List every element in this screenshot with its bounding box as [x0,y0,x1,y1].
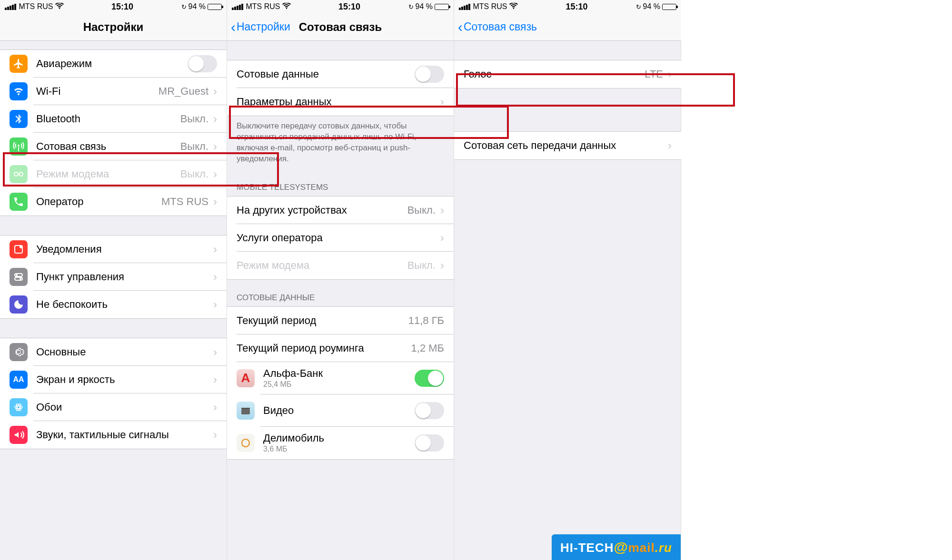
chevron-icon: › [668,68,672,81]
row-roaming-period[interactable]: Текущий период роуминга 1,2 МБ [227,334,454,362]
dnd-label: Не беспокоить [36,298,213,311]
svg-point-3 [20,246,22,248]
chevron-icon: › [213,167,217,181]
row-sounds[interactable]: Звуки, тактильные сигналы › [0,421,227,449]
status-bar: MTS RUS 15:10 ↻ 94 % [227,0,454,13]
display-label: Экран и яркость [36,373,213,386]
airplane-icon [10,55,28,73]
chevron-icon: › [213,85,217,98]
row-dnd[interactable]: Не беспокоить › [0,291,227,318]
row-general[interactable]: Основные › [0,338,227,366]
bluetooth-label: Bluetooth [36,113,180,125]
row-data-options[interactable]: Параметры данных › [227,88,454,116]
other-devices-label: На других устройствах [237,204,407,216]
hotspot-label-2: Режим модема [237,259,407,272]
back-button[interactable]: ‹ Сотовая связь [458,20,537,34]
row-airplane[interactable]: Авиарежим [0,50,227,78]
hotspot-value-2: Выкл. [407,259,436,272]
row-display[interactable]: AA Экран и яркость › [0,366,227,393]
row-wifi[interactable]: Wi-Fi MR_Guest › [0,78,227,105]
current-period-value: 11,8 ГБ [408,314,444,327]
row-wallpaper[interactable]: Обои › [0,393,227,421]
section-header-operator: MOBILE TELESYSTEMS [227,169,454,196]
svg-rect-12 [241,408,250,409]
control-center-icon [10,268,28,286]
battery-icon [662,4,676,10]
battery-percent: 94 % [416,2,433,11]
display-icon: AA [10,371,28,389]
carrier-label: MTS RUS [246,2,280,11]
battery-percent: 94 % [643,2,660,11]
chevron-icon: › [213,243,217,256]
cellular-icon [10,138,28,156]
cellular-footer-text: Выключите передачу сотовых данных, чтобы… [227,116,454,169]
section-header-usage: СОТОВЫЕ ДАННЫЕ [227,280,454,306]
other-devices-value: Выкл. [407,204,436,216]
settings-group-general: Основные › AA Экран и яркость › Обои › З… [0,338,227,449]
app-toggle-delimobil[interactable] [415,434,444,452]
roaming-period-value: 1,2 МБ [411,342,444,354]
chevron-icon: › [440,204,444,217]
hotspot-value: Выкл. [180,168,208,180]
carrier-services-label: Услуги оператора [237,232,440,244]
cellular-data-toggle[interactable] [415,66,444,83]
status-time: 15:10 [111,2,133,12]
row-app-alfabank[interactable]: A Альфа-Банк 25,4 МБ [227,362,454,394]
sounds-icon [10,426,28,444]
row-cellular[interactable]: Сотовая связь Выкл. › [0,133,227,160]
row-app-delimobil[interactable]: Делимобиль 3,6 МБ [227,427,454,459]
row-hotspot-2[interactable]: Режим модема Выкл. › [227,252,454,279]
app-toggle-alfabank[interactable] [415,370,444,387]
lock-icon: ↻ [408,3,414,10]
back-button[interactable]: ‹ Настройки [231,20,290,34]
row-voice[interactable]: Голос LTE › [454,60,681,88]
svg-point-1 [19,172,23,176]
wifi-label: Wi-Fi [36,85,159,98]
row-hotspot[interactable]: Режим модема Выкл. › [0,160,227,188]
wifi-icon [282,2,291,12]
cellular-label: Сотовая связь [36,140,180,153]
chevron-icon: › [440,259,444,272]
row-bluetooth[interactable]: Bluetooth Выкл. › [0,105,227,133]
app-toggle-video[interactable] [415,402,444,419]
svg-point-5 [16,274,18,276]
row-control-center[interactable]: Пункт управления › [0,263,227,291]
cellular-group-usage: Текущий период 11,8 ГБ Текущий период ро… [227,306,454,460]
back-label: Настройки [237,20,290,33]
row-app-video[interactable]: Видео [227,394,454,427]
airplane-toggle[interactable] [188,55,217,72]
row-cellular-data[interactable]: Сотовые данные [227,60,454,88]
data-network-group: Сотовая сеть передачи данных › [454,131,681,160]
row-notifications[interactable]: Уведомления › [0,236,227,263]
wallpaper-icon [10,398,28,416]
row-carrier-services[interactable]: Услуги оператора › [227,224,454,252]
row-current-period[interactable]: Текущий период 11,8 ГБ [227,307,454,334]
wifi-icon [55,2,64,12]
row-other-devices[interactable]: На других устройствах Выкл. › [227,196,454,224]
operator-label: Оператор [36,196,161,208]
app-label: Альфа-Банк [263,367,415,380]
phone-icon [10,193,28,211]
svg-point-7 [20,278,21,280]
row-data-network[interactable]: Сотовая сеть передачи данных › [454,132,681,159]
settings-group-connectivity: Авиарежим Wi-Fi MR_Guest › Bluetooth Вык… [0,49,227,216]
svg-rect-13 [241,409,250,414]
row-operator[interactable]: Оператор MTS RUS › [0,188,227,216]
settings-group-notifications: Уведомления › Пункт управления › Не бесп… [0,235,227,319]
chevron-icon: › [213,195,217,208]
signal-icon [5,4,16,10]
data-options-label: Параметры данных [237,96,440,108]
page-title: Сотовая связь [299,20,382,34]
app-label: Делимобиль [263,432,415,444]
battery-icon [208,4,222,10]
status-time: 15:10 [565,2,587,12]
chevron-icon: › [213,373,217,386]
chevron-icon: › [440,95,444,108]
airplane-label: Авиарежим [36,58,188,70]
cellular-data-label: Сотовые данные [237,68,415,80]
chevron-icon: › [213,270,217,284]
signal-icon [459,4,470,10]
general-label: Основные [36,346,213,358]
hotspot-icon [10,165,28,183]
current-period-label: Текущий период [237,314,408,327]
